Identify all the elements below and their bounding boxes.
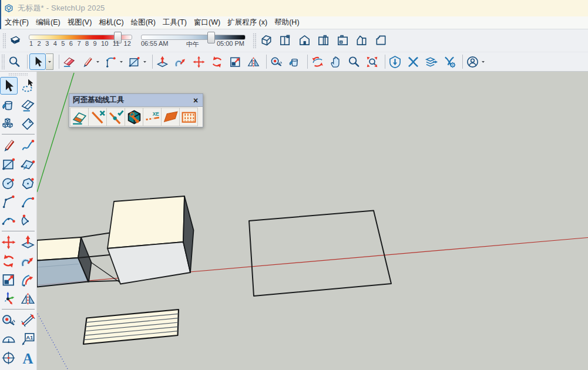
push-pull-tool-button[interactable] xyxy=(19,233,37,251)
fb-grid-face-button[interactable] xyxy=(179,107,198,126)
floating-toolbar-titlebar[interactable]: 阿歪基础线工具 × xyxy=(69,94,203,107)
fb-fix-solid-button[interactable] xyxy=(125,107,143,126)
select-tool-button[interactable] xyxy=(0,77,18,95)
tape-measure-tool-button[interactable] xyxy=(0,311,18,329)
flip-tool-button[interactable] xyxy=(246,54,261,69)
extension-warehouse-button[interactable] xyxy=(442,54,457,69)
date-tick-label: 8 xyxy=(85,40,89,47)
select-tool-button[interactable] xyxy=(29,53,46,70)
rotate-tool-button[interactable] xyxy=(209,54,224,69)
iso-view-button[interactable] xyxy=(258,32,274,48)
zoom-extents-button[interactable] xyxy=(364,54,379,69)
line-tool-button-dropdown[interactable] xyxy=(95,54,101,69)
shadow-date-slider[interactable] xyxy=(29,35,132,40)
lasso-tool-button[interactable] xyxy=(19,77,36,95)
three-point-arc-tool-button[interactable] xyxy=(0,211,18,229)
line-tool-button[interactable] xyxy=(0,136,18,154)
shadow-time-slider[interactable] xyxy=(141,35,246,40)
arc-tool-button[interactable] xyxy=(0,193,18,210)
main-toolbar xyxy=(0,52,588,72)
line-tool-button[interactable] xyxy=(79,54,95,69)
menu-item-2[interactable]: 编辑(E) xyxy=(34,16,62,29)
polygon-tool-button[interactable] xyxy=(19,174,37,191)
position-camera-tool-button[interactable] xyxy=(0,349,18,366)
get-models-button[interactable] xyxy=(387,54,402,69)
menu-item-9[interactable]: 帮助(H) xyxy=(273,16,301,29)
offset-tool-button[interactable] xyxy=(19,271,37,288)
tape-measure-tool-button[interactable] xyxy=(268,54,284,69)
protractor-tool-button[interactable] xyxy=(0,330,18,348)
orbit-tool-button[interactable] xyxy=(310,54,325,69)
arc-tool-button-dropdown[interactable] xyxy=(118,54,125,69)
move-tool-button[interactable] xyxy=(0,233,18,251)
time-end-label: 05:00 PM xyxy=(217,40,244,49)
toolbar-grip[interactable] xyxy=(8,73,28,76)
right-view-button[interactable] xyxy=(316,32,331,48)
pie-tool-button[interactable] xyxy=(19,211,37,229)
menu-item-1[interactable]: 文件(F) xyxy=(3,16,31,29)
paint-bucket-tool-button[interactable] xyxy=(0,96,18,113)
share-component-button[interactable] xyxy=(424,54,439,69)
cube-top xyxy=(107,196,184,248)
close-icon[interactable]: × xyxy=(190,96,201,105)
circle-tool-button[interactable] xyxy=(0,174,18,191)
floating-toolbar[interactable]: 阿歪基础线工具 × XE xyxy=(69,93,203,127)
toolbar-grip[interactable] xyxy=(2,33,6,48)
axes-tool-button[interactable] xyxy=(0,290,18,307)
account-button[interactable] xyxy=(465,54,480,69)
fb-make-face-button[interactable] xyxy=(161,107,180,126)
fb-eraser-button[interactable] xyxy=(70,107,89,126)
paint-bucket-tool-button[interactable] xyxy=(287,54,302,69)
fb-delete-line-button[interactable] xyxy=(88,107,107,126)
menu-item-8[interactable]: 扩展程序 (x) xyxy=(226,16,269,29)
scale-tool-button[interactable] xyxy=(227,54,243,69)
fb-confirm-line-button[interactable] xyxy=(106,107,125,126)
bottom-view-button[interactable] xyxy=(373,32,388,48)
menu-item-6[interactable]: 工具(T) xyxy=(161,16,189,29)
toolbar-grip[interactable] xyxy=(253,33,256,48)
left-view-button[interactable] xyxy=(354,32,369,48)
rectangle-tool-button-dropdown[interactable] xyxy=(142,54,148,69)
scale-tool-button[interactable] xyxy=(0,271,18,288)
eraser-tool-button[interactable] xyxy=(19,96,37,113)
push-pull-tool-button[interactable] xyxy=(154,54,170,69)
front-view-button[interactable] xyxy=(297,32,312,48)
dimension-tool-button[interactable] xyxy=(19,311,37,329)
follow-me-tool-button[interactable] xyxy=(173,54,188,69)
3d-text-tool-button[interactable]: A xyxy=(19,349,37,366)
rectangle-tool-button[interactable] xyxy=(126,54,142,69)
select-tool-button-dropdown[interactable] xyxy=(46,53,53,70)
menu-item-4[interactable]: 相机(C) xyxy=(97,16,125,29)
tool-row xyxy=(0,76,36,95)
share-model-button[interactable] xyxy=(405,54,421,69)
floating-toolbar-title: 阿歪基础线工具 xyxy=(73,95,190,105)
follow-me-tool-button[interactable] xyxy=(19,252,37,270)
pan-tool-button[interactable] xyxy=(328,54,343,69)
rotated-rectangle-tool-button[interactable] xyxy=(19,155,37,173)
rotate-tool-button[interactable] xyxy=(0,252,18,270)
back-view-button[interactable] xyxy=(335,32,350,48)
arc-tool-button[interactable] xyxy=(103,54,118,69)
text-tool-button[interactable]: A1 xyxy=(19,330,37,348)
menu-item-3[interactable]: 视图(V) xyxy=(66,16,94,29)
rectangle-tool-button[interactable] xyxy=(0,155,18,173)
tag-tool-button[interactable] xyxy=(19,115,37,132)
move-tool-button[interactable] xyxy=(191,54,206,69)
menu-item-7[interactable]: 窗口(W) xyxy=(192,16,222,29)
account-button-dropdown[interactable] xyxy=(480,54,486,69)
drawing-canvas[interactable]: 阿歪基础线工具 × XE xyxy=(37,72,588,370)
eraser-tool-button[interactable] xyxy=(61,54,76,69)
top-view-button[interactable] xyxy=(278,32,293,48)
two-point-arc-tool-button[interactable] xyxy=(19,193,37,210)
freehand-tool-button[interactable] xyxy=(19,136,37,154)
fb-dashed-line-button[interactable]: XE xyxy=(143,107,162,126)
flip-tool-button[interactable] xyxy=(19,290,37,307)
large-tool-set: A1A xyxy=(0,72,37,370)
menu-item-5[interactable]: 绘图(R) xyxy=(129,16,157,29)
make-component-tool-button[interactable] xyxy=(0,115,18,132)
shadow-toggle-button[interactable] xyxy=(7,33,22,48)
toolbar-grip[interactable] xyxy=(1,54,5,69)
title-bar[interactable]: 无标题* - SketchUp 2025 xyxy=(0,0,588,16)
search-tool-button[interactable] xyxy=(6,54,22,69)
zoom-tool-button[interactable] xyxy=(346,54,361,69)
